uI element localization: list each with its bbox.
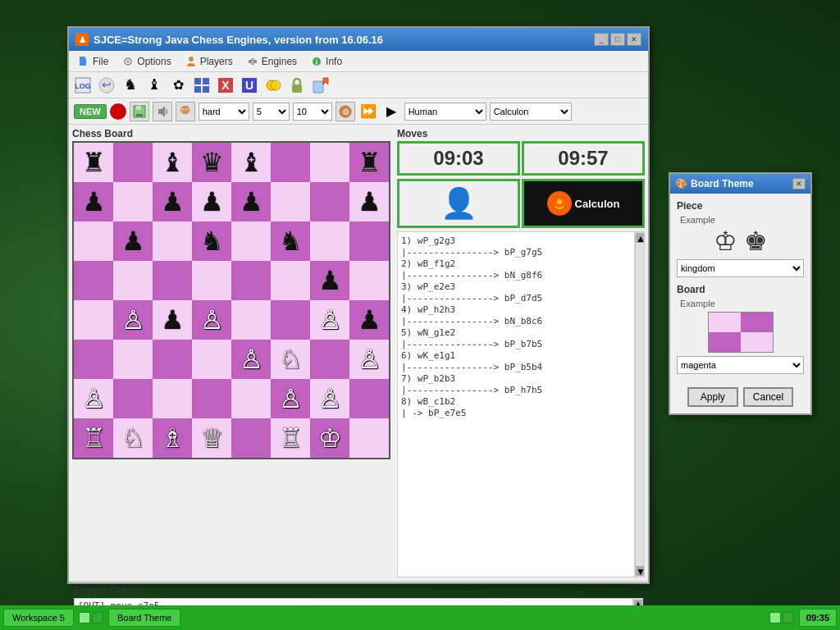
cell-1-5[interactable] bbox=[271, 182, 310, 221]
cell-1-1[interactable] bbox=[113, 182, 153, 221]
cell-2-1[interactable]: ♟ bbox=[113, 221, 153, 261]
thinking-button[interactable]: ??? bbox=[176, 102, 195, 121]
cell-3-6[interactable]: ♟ bbox=[310, 261, 349, 300]
cell-7-1[interactable]: ♘ bbox=[113, 418, 153, 458]
new-game-button[interactable]: NEW bbox=[74, 104, 107, 119]
workspace-button[interactable]: Workspace 5 bbox=[3, 609, 74, 627]
cell-7-3[interactable]: ♕ bbox=[192, 418, 231, 458]
u-button[interactable]: U bbox=[239, 75, 260, 96]
moves-scrollbar[interactable]: ▲ ▼ bbox=[635, 231, 645, 578]
apply-button[interactable]: Apply bbox=[687, 387, 738, 407]
piece-button[interactable]: ♞ bbox=[120, 75, 141, 96]
cell-3-4[interactable] bbox=[231, 261, 271, 300]
board-theme-close-button[interactable]: ✕ bbox=[792, 178, 806, 189]
cell-5-6[interactable] bbox=[310, 340, 349, 379]
cell-1-7[interactable]: ♟ bbox=[349, 182, 389, 221]
cell-5-3[interactable] bbox=[192, 340, 231, 379]
black-engine-select[interactable]: Calculon Stockfish bbox=[490, 103, 572, 121]
cell-7-0[interactable]: ♖ bbox=[74, 418, 113, 458]
cell-1-3[interactable]: ♟ bbox=[192, 182, 231, 221]
minimize-button[interactable]: _ bbox=[594, 33, 609, 46]
menu-info[interactable]: i Info bbox=[305, 53, 347, 70]
cell-2-2[interactable] bbox=[153, 221, 192, 261]
cell-1-0[interactable]: ♟ bbox=[74, 182, 113, 221]
coins-button[interactable] bbox=[262, 75, 284, 96]
cell-7-5[interactable]: ♖ bbox=[271, 418, 310, 458]
cell-2-0[interactable] bbox=[74, 221, 113, 261]
cell-4-4[interactable] bbox=[231, 300, 271, 340]
cell-2-3[interactable]: ♞ bbox=[192, 221, 231, 261]
undo-button[interactable]: ↩ bbox=[96, 75, 117, 96]
export-button[interactable] bbox=[310, 75, 331, 96]
cell-1-4[interactable]: ♟ bbox=[231, 182, 271, 221]
forward-button[interactable]: ⏩ bbox=[358, 102, 378, 121]
cell-0-2[interactable]: ♝ bbox=[153, 143, 192, 182]
cell-2-5[interactable]: ♞ bbox=[271, 221, 310, 261]
menu-options[interactable]: Options bbox=[116, 53, 176, 70]
cell-1-6[interactable] bbox=[310, 182, 349, 221]
cell-4-5[interactable] bbox=[271, 300, 310, 340]
cell-4-6[interactable]: ♙ bbox=[310, 300, 349, 340]
cell-6-3[interactable] bbox=[192, 379, 231, 418]
depth2-select[interactable]: 10515 bbox=[293, 103, 332, 121]
grid-button[interactable] bbox=[191, 75, 212, 96]
cell-3-1[interactable] bbox=[113, 261, 153, 300]
stop-button[interactable] bbox=[110, 103, 126, 120]
cell-0-1[interactable] bbox=[113, 143, 153, 182]
menu-engines[interactable]: Engines bbox=[241, 53, 302, 70]
cell-3-5[interactable] bbox=[271, 261, 310, 300]
log-button[interactable]: LOG bbox=[72, 75, 94, 96]
cell-0-5[interactable] bbox=[271, 143, 310, 182]
cell-4-2[interactable]: ♟ bbox=[153, 300, 192, 340]
moves-list[interactable]: 1) wP_g2g3 |----------------> bP_g7g52) … bbox=[397, 231, 635, 578]
sound-button[interactable] bbox=[153, 102, 172, 121]
white-player-select[interactable]: Human Computer bbox=[404, 103, 486, 121]
play-button[interactable]: ▶ bbox=[381, 102, 401, 121]
save-button[interactable] bbox=[130, 102, 149, 121]
menu-file[interactable]: File bbox=[72, 53, 113, 70]
cell-6-0[interactable]: ♙ bbox=[74, 379, 113, 418]
cell-7-2[interactable]: ♗ bbox=[153, 418, 192, 458]
cell-3-2[interactable] bbox=[153, 261, 192, 300]
cell-3-7[interactable] bbox=[349, 261, 389, 300]
cell-5-4[interactable]: ♙ bbox=[231, 340, 271, 379]
cell-0-6[interactable] bbox=[310, 143, 349, 182]
cell-6-7[interactable] bbox=[349, 379, 389, 418]
board-theme-taskbar-button[interactable]: Board Theme bbox=[108, 609, 180, 627]
cell-4-3[interactable]: ♙ bbox=[192, 300, 231, 340]
lock-button[interactable] bbox=[286, 75, 308, 96]
cell-5-1[interactable] bbox=[113, 340, 153, 379]
cell-0-3[interactable]: ♛ bbox=[192, 143, 231, 182]
close-button[interactable]: ✕ bbox=[627, 33, 641, 46]
restore-button[interactable]: □ bbox=[610, 33, 625, 46]
cell-5-5[interactable]: ♘ bbox=[271, 340, 310, 379]
cell-4-1[interactable]: ♙ bbox=[113, 300, 153, 340]
knight-button[interactable]: ♝ bbox=[144, 75, 165, 96]
cell-0-7[interactable]: ♜ bbox=[349, 143, 389, 182]
cell-6-6[interactable]: ♙ bbox=[310, 379, 349, 418]
settings-button[interactable]: ⚙ bbox=[336, 102, 355, 121]
cell-3-0[interactable] bbox=[74, 261, 113, 300]
cell-5-0[interactable] bbox=[74, 340, 113, 379]
flower-button[interactable]: ✿ bbox=[167, 75, 189, 96]
cell-6-2[interactable] bbox=[153, 379, 192, 418]
piece-theme-select[interactable]: kingdom classic modern bbox=[677, 259, 804, 277]
cell-5-7[interactable]: ♙ bbox=[349, 340, 389, 379]
cell-7-6[interactable]: ♔ bbox=[310, 418, 349, 458]
cell-2-7[interactable] bbox=[349, 221, 389, 261]
cell-4-0[interactable] bbox=[74, 300, 113, 340]
depth1-select[interactable]: 537 bbox=[253, 103, 290, 121]
cell-2-4[interactable] bbox=[231, 221, 271, 261]
cell-7-7[interactable] bbox=[349, 418, 389, 458]
cell-3-3[interactable] bbox=[192, 261, 231, 300]
cell-7-4[interactable] bbox=[231, 418, 271, 458]
cell-0-0[interactable]: ♜ bbox=[74, 143, 113, 182]
cell-6-4[interactable] bbox=[231, 379, 271, 418]
cell-2-6[interactable] bbox=[310, 221, 349, 261]
cancel-button[interactable]: Cancel bbox=[743, 387, 793, 407]
cell-1-2[interactable]: ♟ bbox=[153, 182, 192, 221]
menu-players[interactable]: Players bbox=[180, 53, 238, 70]
cell-5-2[interactable] bbox=[153, 340, 192, 379]
cell-6-5[interactable]: ♙ bbox=[271, 379, 310, 418]
difficulty-select[interactable]: hard medium easy bbox=[199, 103, 249, 121]
